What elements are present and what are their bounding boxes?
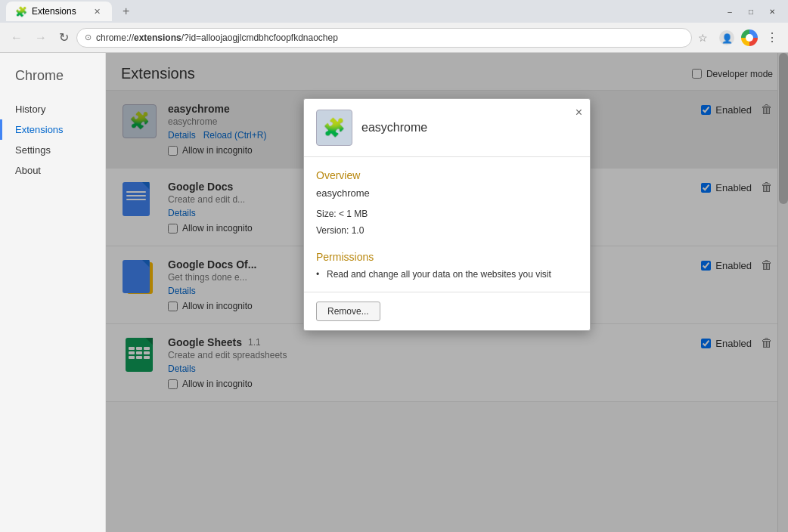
google-account-icon[interactable]: 👤 (717, 28, 737, 48)
extension-detail-modal: 🧩 easychrome × Overview easychrome Size:… (303, 98, 591, 331)
tab-title: Extensions (32, 6, 76, 17)
modal-overview-title: Overview (316, 169, 578, 181)
browser-tab[interactable]: 🧩 Extensions ✕ (6, 2, 112, 21)
browser-icons: 👤 ⋮ (717, 28, 782, 48)
window-controls: – □ ✕ (720, 5, 782, 18)
sidebar-item-settings[interactable]: Settings (0, 140, 105, 160)
modal-ext-icon: 🧩 (316, 110, 352, 146)
page-icon: ⊙ (85, 32, 92, 42)
modal-footer: Remove... (304, 292, 590, 330)
modal-body: Overview easychrome Size: < 1 MB Version… (304, 157, 590, 292)
modal-overlay: 🧩 easychrome × Overview easychrome Size:… (106, 53, 788, 532)
modal-permissions-title: Permissions (316, 251, 578, 263)
back-button[interactable]: ← (6, 28, 27, 48)
tab-puzzle-icon: 🧩 (15, 6, 27, 17)
nav-bar: ← → ↻ ⊙ chrome://extensions/?id=alloojao… (0, 23, 788, 53)
sidebar-link-history[interactable]: History (0, 99, 105, 119)
sidebar-link-about[interactable]: About (0, 160, 105, 181)
close-button[interactable]: ✕ (762, 5, 782, 18)
sidebar-item-extensions[interactable]: Extensions (0, 119, 105, 140)
modal-header: 🧩 easychrome × (304, 99, 590, 157)
bookmark-icon[interactable]: ☆ (698, 32, 708, 44)
modal-meta: Size: < 1 MB Version: 1.0 (316, 206, 578, 239)
reload-button[interactable]: ↻ (54, 27, 73, 48)
new-tab-button[interactable]: + (118, 3, 134, 20)
modal-close-button[interactable]: × (575, 107, 582, 119)
modal-size: Size: < 1 MB (316, 206, 578, 223)
address-scheme: chrome:// (96, 32, 134, 43)
address-bar[interactable]: ⊙ chrome://extensions/?id=alloojaogjlcmd… (76, 28, 692, 48)
modal-version: Version: 1.0 (316, 223, 578, 240)
title-bar: 🧩 Extensions ✕ + – □ ✕ (0, 0, 788, 23)
sidebar-nav: History Extensions Settings About (0, 99, 105, 181)
sidebar: Chrome History Extensions Settings About (0, 53, 106, 532)
sidebar-item-about[interactable]: About (0, 160, 105, 181)
chrome-menu-icon[interactable]: ⋮ (762, 28, 782, 48)
sidebar-brand: Chrome (0, 68, 105, 99)
sidebar-link-settings[interactable]: Settings (0, 140, 105, 160)
tab-close-button[interactable]: ✕ (91, 5, 103, 17)
maximize-button[interactable]: □ (741, 5, 761, 18)
remove-extension-button[interactable]: Remove... (316, 302, 380, 321)
modal-permission-item: Read and change all your data on the web… (316, 269, 578, 280)
main-layout: Chrome History Extensions Settings About… (0, 53, 788, 532)
svg-text:👤: 👤 (721, 32, 733, 44)
address-path: /?id=alloojaogjlcmdbhcfoopfkdnaochep (181, 32, 338, 43)
address-text: chrome://extensions/?id=alloojaogjlcmdbh… (96, 32, 684, 43)
minimize-button[interactable]: – (720, 5, 740, 18)
google-multicolor-icon[interactable] (740, 28, 759, 48)
sidebar-item-history[interactable]: History (0, 99, 105, 119)
address-highlight: extensions (134, 32, 181, 43)
modal-ext-name: easychrome (316, 187, 578, 199)
sidebar-link-extensions[interactable]: Extensions (2, 119, 105, 140)
modal-title: easychrome (361, 121, 427, 135)
forward-button[interactable]: → (30, 28, 51, 48)
content-area: Extensions Developer mode 🧩 easychrome e… (106, 53, 788, 532)
